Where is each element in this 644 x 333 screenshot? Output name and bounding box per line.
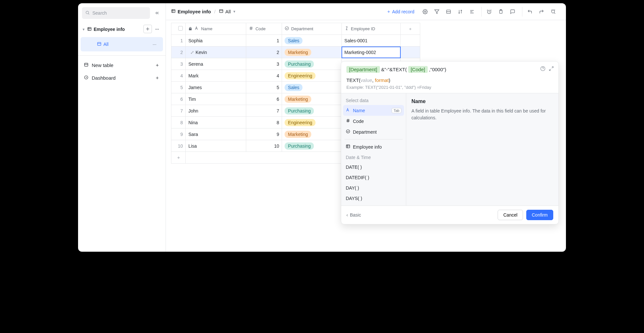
select-all-checkbox[interactable] [178,26,183,31]
cell-department[interactable]: Engineering [282,70,342,82]
formula-suggestion-list[interactable]: Select data Name Tab Code Department Emp… [341,93,406,206]
formula-input[interactable]: [Department] &"-"&TEXT( [Code] ,"0000") [341,61,558,75]
svg-rect-7 [98,42,101,45]
svg-rect-9 [85,63,88,66]
lock-icon: 🔒︎ [188,26,193,31]
filter-button[interactable] [432,7,442,17]
dashboard-button[interactable]: Dashboard ＋ [78,72,166,84]
cell-department[interactable]: Purchasing [282,105,342,117]
tab-key-hint: Tab [392,108,401,113]
dashboard-label: Dashboard [92,75,115,81]
svg-rect-12 [172,9,175,12]
undo-button[interactable] [525,7,535,17]
breadcrumb-table[interactable]: Employee info [178,9,211,14]
table-more-button[interactable]: ··· [153,25,162,34]
cell-name[interactable]: James [186,82,246,93]
col-empid-header[interactable]: Employee ID [351,26,375,31]
cell-department[interactable]: Purchasing [282,140,342,152]
back-button[interactable]: ‹Basic [346,212,361,218]
cell-department[interactable]: Sales [282,82,342,93]
view-item-all[interactable]: All ··· [81,37,163,51]
cell-employee-id[interactable]: Marketing-0002 [342,47,400,58]
row-index: 4 [171,70,186,82]
cell-name[interactable]: Nina [186,117,246,128]
cell-name[interactable]: Lisa [186,140,246,152]
table-node-employee-info[interactable]: ▼ Employee info ··· [78,22,166,36]
number-type-icon [249,26,253,32]
help-button[interactable] [540,66,545,72]
cell-name[interactable]: Sara [186,128,246,140]
new-table-button[interactable]: New table ＋ [78,59,166,72]
cell-name[interactable]: ⤢ Kevin [186,47,246,58]
suggestion-employee-info[interactable]: Employee info [341,141,406,152]
formula-type-icon [344,26,349,32]
cell-department[interactable]: Marketing [282,128,342,140]
suggestion-fn-datedif[interactable]: DATEDIF( ) [341,172,406,183]
cell-code[interactable]: 7 [246,105,282,117]
sort-button[interactable] [455,7,465,17]
col-name-header[interactable]: Name [201,26,212,31]
reminder-button[interactable] [484,7,494,17]
expand-record-icon[interactable]: ⤢ [190,50,194,55]
text-type-icon [195,26,199,32]
breadcrumb-view[interactable]: All [225,9,231,14]
chevron-down-icon: ▼ [233,10,236,13]
add-row-button[interactable]: ＋ [171,152,186,164]
add-record-button[interactable]: ＋ Add record [386,9,414,15]
confirm-button[interactable]: Confirm [526,210,553,220]
collapse-sidebar-button[interactable] [153,8,162,18]
table-row[interactable]: 2⤢ Kevin2MarketingMarketing-0002 [171,47,420,58]
suggestion-fn-day[interactable]: DAY( ) [341,183,406,193]
add-record-label: Add record [392,9,414,14]
select-type-icon [285,26,289,32]
cell-name[interactable]: Mark [186,70,246,82]
group-button[interactable] [444,7,453,17]
svg-line-1 [88,13,89,14]
clipboard-button[interactable] [496,7,506,17]
cell-code[interactable]: 1 [246,35,282,47]
suggestion-fn-date[interactable]: DATE( ) [341,162,406,172]
cell-code[interactable]: 8 [246,117,282,128]
cell-department[interactable]: Marketing [282,47,342,58]
suggestion-name[interactable]: Name Tab [343,105,404,116]
svg-marker-18 [435,10,439,14]
view-more-button[interactable]: ··· [150,40,159,49]
settings-button[interactable] [420,7,430,17]
cell-code[interactable]: 5 [246,82,282,93]
field-chip-code: [Code] [408,66,428,73]
cell-name[interactable]: John [186,105,246,117]
cell-name[interactable]: Serena [186,58,246,70]
dept-tag: Sales [285,84,302,91]
cell-code[interactable]: 2 [246,47,282,58]
add-column-button[interactable]: ＋ [408,26,412,31]
plus-icon: ＋ [386,9,391,15]
comment-button[interactable] [508,7,517,17]
suggestion-code[interactable]: Code [341,116,406,127]
redo-button[interactable] [537,7,546,17]
search-input[interactable]: Search [82,7,150,19]
cell-code[interactable]: 10 [246,140,282,152]
cell-code[interactable]: 4 [246,70,282,82]
suggestion-fn-days[interactable]: DAYS( ) [341,193,406,204]
cell-code[interactable]: 3 [246,58,282,70]
col-code-header[interactable]: Code [255,26,265,31]
cell-department[interactable]: Engineering [282,117,342,128]
cell-name[interactable]: Sophia [186,35,246,47]
add-view-button[interactable] [143,25,152,33]
cell-department[interactable]: Marketing [282,93,342,105]
cell-employee-id[interactable]: Sales-0001 [342,35,400,47]
find-button[interactable] [548,7,558,17]
suggestion-department[interactable]: Department [341,127,406,137]
expand-button[interactable] [549,66,554,72]
col-dept-header[interactable]: Department [291,26,313,31]
cell-department[interactable]: Sales [282,35,342,47]
table-row[interactable]: 1 Sophia1SalesSales-0001 [171,35,420,47]
svg-point-17 [424,11,426,12]
cell-department[interactable]: Purchasing [282,58,342,70]
row-height-button[interactable] [467,7,477,17]
cell-code[interactable]: 6 [246,93,282,105]
cancel-button[interactable]: Cancel [498,210,523,220]
dashboard-icon [84,75,88,81]
cell-name[interactable]: Tim [186,93,246,105]
cell-code[interactable]: 9 [246,128,282,140]
